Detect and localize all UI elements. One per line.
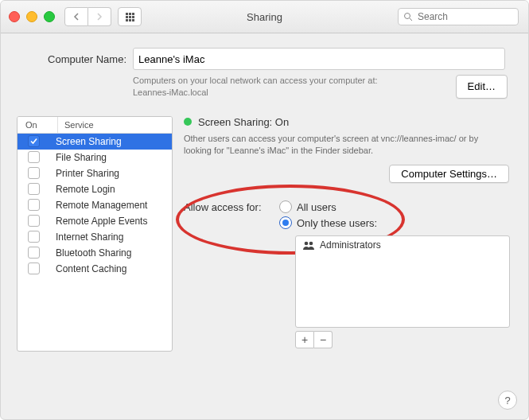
service-label: Remote Management bbox=[49, 200, 147, 211]
service-checkbox[interactable] bbox=[28, 135, 40, 147]
radio-only-these-users[interactable]: Only these users: bbox=[279, 216, 377, 229]
header-on: On bbox=[18, 117, 58, 133]
status-indicator-icon bbox=[184, 118, 192, 126]
computer-settings-button[interactable]: Computer Settings… bbox=[389, 165, 509, 183]
service-row[interactable]: Remote Login bbox=[18, 181, 172, 197]
search-icon bbox=[403, 12, 413, 21]
window-title: Sharing bbox=[247, 11, 282, 23]
services-header: On Service bbox=[18, 117, 172, 134]
service-checkbox[interactable] bbox=[28, 231, 40, 243]
close-window-button[interactable] bbox=[9, 11, 20, 22]
edit-hostname-button[interactable]: Edit… bbox=[456, 75, 508, 99]
back-button[interactable] bbox=[64, 7, 88, 26]
service-label: Remote Login bbox=[49, 184, 115, 195]
radio-all-users-disc bbox=[279, 200, 292, 213]
header-service: Service bbox=[58, 117, 94, 133]
users-icon bbox=[302, 240, 315, 250]
titlebar: Sharing bbox=[1, 1, 528, 33]
service-row[interactable]: Bluetooth Sharing bbox=[18, 245, 172, 261]
service-label: File Sharing bbox=[49, 152, 107, 163]
service-checkbox[interactable] bbox=[28, 167, 40, 179]
user-row[interactable]: Administrators bbox=[296, 236, 509, 254]
service-row[interactable]: Remote Apple Events bbox=[18, 213, 172, 229]
svg-line-1 bbox=[410, 18, 412, 21]
allow-access-label: Allow access for: bbox=[184, 200, 278, 213]
radio-all-users[interactable]: All users bbox=[279, 200, 377, 213]
window-controls bbox=[9, 11, 55, 22]
show-all-button[interactable] bbox=[118, 7, 142, 26]
search-field[interactable] bbox=[398, 8, 519, 25]
computer-name-label: Computer Name: bbox=[34, 53, 133, 65]
minimize-window-button[interactable] bbox=[26, 11, 37, 22]
service-checkbox[interactable] bbox=[28, 151, 40, 163]
service-checkbox[interactable] bbox=[28, 215, 40, 227]
service-row[interactable]: Remote Management bbox=[18, 197, 172, 213]
radio-only-these-users-disc bbox=[279, 216, 292, 229]
service-checkbox[interactable] bbox=[28, 247, 40, 259]
service-label: Remote Apple Events bbox=[49, 216, 147, 227]
service-label: Content Caching bbox=[49, 263, 126, 274]
add-user-button[interactable]: + bbox=[295, 331, 314, 348]
service-label: Internet Sharing bbox=[49, 231, 123, 243]
services-table: On Service Screen SharingFile SharingPri… bbox=[17, 116, 173, 352]
forward-button[interactable] bbox=[88, 7, 111, 26]
search-input[interactable] bbox=[416, 10, 513, 23]
service-checkbox[interactable] bbox=[28, 199, 40, 211]
service-label: Screen Sharing bbox=[49, 136, 122, 147]
service-row[interactable]: File Sharing bbox=[18, 150, 172, 165]
service-label: Bluetooth Sharing bbox=[49, 247, 131, 259]
computer-name-input[interactable] bbox=[133, 48, 505, 70]
help-button[interactable]: ? bbox=[498, 391, 517, 410]
users-list[interactable]: Administrators bbox=[295, 235, 510, 328]
svg-point-3 bbox=[309, 242, 313, 246]
svg-point-2 bbox=[305, 242, 309, 246]
service-label: Printer Sharing bbox=[49, 168, 119, 179]
radio-only-these-users-label: Only these users: bbox=[297, 217, 377, 229]
service-detail-pane: Screen Sharing: On Other users can acces… bbox=[184, 116, 512, 352]
status-title: Screen Sharing: On bbox=[198, 116, 289, 128]
user-label: Administrators bbox=[320, 239, 381, 251]
service-checkbox[interactable] bbox=[28, 262, 40, 274]
remove-user-button[interactable]: − bbox=[314, 331, 333, 348]
service-row[interactable]: Printer Sharing bbox=[18, 165, 172, 181]
service-row[interactable]: Screen Sharing bbox=[18, 134, 172, 150]
zoom-window-button[interactable] bbox=[44, 11, 55, 22]
service-row[interactable]: Content Caching bbox=[18, 261, 172, 277]
nav-buttons bbox=[64, 7, 111, 26]
svg-point-0 bbox=[405, 14, 410, 19]
radio-all-users-label: All users bbox=[297, 201, 336, 213]
service-row[interactable]: Internet Sharing bbox=[18, 229, 172, 245]
grid-icon bbox=[126, 13, 134, 21]
sharing-preferences-window: Sharing Computer Name: Computers on your… bbox=[0, 0, 529, 420]
service-checkbox[interactable] bbox=[28, 183, 40, 195]
computer-name-subtext: Computers on your local network can acce… bbox=[133, 75, 378, 99]
status-description: Other users can access your computer's s… bbox=[184, 133, 506, 158]
